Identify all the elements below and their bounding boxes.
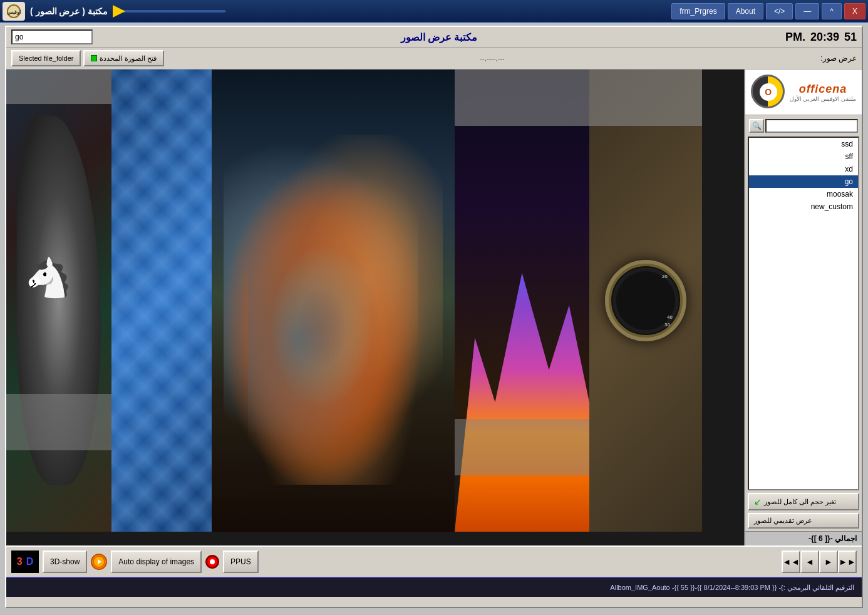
title-decoration bbox=[113, 5, 238, 18]
svg-rect-2 bbox=[113, 10, 225, 13]
go-input[interactable] bbox=[11, 29, 93, 44]
horse-image bbox=[6, 70, 111, 532]
auto-display-icon bbox=[91, 554, 107, 570]
close-button[interactable]: X bbox=[844, 3, 865, 19]
gallery-panel-4[interactable]: --,----,--- bbox=[455, 70, 589, 545]
3d-show-button[interactable]: 3D-show bbox=[43, 550, 87, 573]
green-indicator bbox=[91, 55, 97, 61]
app-title: مكتبة ( عرض الصور ) bbox=[30, 6, 108, 16]
crystal-image bbox=[111, 70, 212, 532]
logo-area: O officena ملتقى الاوفيس العربي الأول bbox=[745, 70, 862, 115]
folder-item-new-custom[interactable]: new_custom bbox=[749, 200, 858, 213]
status-text: الترقيم التلقائي البرمجي :}- Allbom_IMG_… bbox=[610, 584, 854, 592]
resize-icon: ↙ bbox=[754, 497, 762, 507]
search-button[interactable]: 🔍 bbox=[749, 119, 764, 133]
main-title: مكتبة عرض الصور bbox=[401, 31, 478, 43]
total-label: اجمالي -{[ 6 ]}- bbox=[745, 531, 862, 545]
nav-last-button[interactable]: ►► bbox=[838, 550, 857, 573]
flower-image bbox=[212, 70, 455, 532]
folder-item-moosak[interactable]: moosak bbox=[749, 188, 858, 200]
3d-glasses-button[interactable]: 3 D bbox=[11, 550, 39, 573]
code-button[interactable]: </> bbox=[766, 3, 793, 19]
slideshow-button[interactable]: عرض تقديمي للصور bbox=[748, 513, 859, 529]
gallery-panel-3[interactable]: --,----,--- bbox=[212, 70, 455, 545]
svg-marker-3 bbox=[113, 5, 125, 18]
app-logo: اوفيس bbox=[3, 2, 25, 21]
select-folder-button[interactable]: Slected file_folder bbox=[11, 50, 81, 66]
folder-item-go[interactable]: go bbox=[749, 175, 858, 188]
folder-item-sff[interactable]: sff bbox=[749, 150, 858, 163]
open-selected-label: فتح الصورة المحددة bbox=[100, 54, 156, 63]
open-selected-button[interactable]: فتح الصورة المحددة bbox=[83, 50, 163, 66]
about-button[interactable]: About bbox=[728, 3, 763, 19]
title-bar-right: frm_Prgres About </> — ^ X bbox=[671, 3, 865, 19]
ppus-icon bbox=[205, 555, 219, 569]
slideshow-label: عرض تقديمي للصور bbox=[754, 517, 812, 525]
clock-time: 20:39 bbox=[810, 31, 839, 44]
ppus-button[interactable]: PPUS bbox=[223, 550, 259, 573]
clock-seconds: 51 bbox=[844, 31, 857, 44]
title-bar-left: اوفيس مكتبة ( عرض الصور ) bbox=[3, 2, 238, 21]
folder-item-xd[interactable]: xd bbox=[749, 163, 858, 175]
top-bar: مكتبة عرض الصور PM. 20:39 51 bbox=[6, 27, 862, 48]
frm-prgres-button[interactable]: frm_Prgres bbox=[671, 3, 725, 19]
logo-text-main: officena bbox=[790, 83, 857, 96]
search-input[interactable] bbox=[765, 119, 858, 133]
gallery-panel-1[interactable]: --,----,--- bbox=[6, 70, 111, 545]
gallery-panel-5[interactable]: 20 30 40 --,----,--- bbox=[589, 70, 702, 545]
svg-text:اوفيس: اوفيس bbox=[7, 9, 21, 15]
gallery-panel-2[interactable]: --,----,--- bbox=[111, 70, 212, 545]
clock-ampm: PM. bbox=[785, 31, 805, 44]
status-bar: الترقيم التلقائي البرمجي :}- Allbom_IMG_… bbox=[6, 577, 862, 597]
nav-group: ◄◄ ◄ ► ►► bbox=[782, 550, 857, 573]
maximize-button[interactable]: ^ bbox=[822, 3, 842, 19]
gallery: --,----,--- --,----,--- bbox=[6, 70, 744, 545]
mountain-image bbox=[455, 70, 589, 532]
folder-item-ssd[interactable]: ssd bbox=[749, 138, 858, 150]
bottom-toolbar: 3 D 3D-show Auto display of images PPUS … bbox=[6, 545, 862, 577]
watch-circle: 20 30 40 bbox=[605, 260, 686, 341]
clock-area: PM. 20:39 51 bbox=[785, 31, 857, 44]
nav-next-button[interactable]: ► bbox=[819, 550, 838, 573]
toolbar-path: --,----,--- bbox=[167, 54, 819, 62]
toolbar: Slected file_folder فتح الصورة المحددة -… bbox=[6, 48, 862, 70]
title-bar: اوفيس مكتبة ( عرض الصور ) frm_Prgres Abo… bbox=[0, 0, 868, 23]
content-area: --,----,--- --,----,--- bbox=[6, 70, 862, 545]
nav-first-button[interactable]: ◄◄ bbox=[782, 550, 800, 573]
sidebar-buttons: تغير حجم الى كامل للصور ↙ عرض تقديمي للص… bbox=[745, 490, 862, 531]
search-area: 🔍 bbox=[745, 115, 862, 137]
resize-label: تغير حجم الى كامل للصور bbox=[764, 498, 836, 506]
logo-text-sub: ملتقى الاوفيس العربي الأول bbox=[790, 96, 857, 102]
resize-button[interactable]: تغير حجم الى كامل للصور ↙ bbox=[748, 493, 859, 510]
folder-list: ssd sff xd go moosak new_custom bbox=[748, 137, 859, 490]
right-sidebar: O officena ملتقى الاوفيس العربي الأول 🔍 … bbox=[744, 70, 862, 545]
auto-display-button[interactable]: Auto display of images bbox=[111, 550, 202, 573]
watch-image: 20 30 40 bbox=[589, 70, 702, 532]
display-label: عرض صور: bbox=[820, 54, 857, 63]
minimize-button[interactable]: — bbox=[795, 3, 819, 19]
nav-prev-button[interactable]: ◄ bbox=[800, 550, 819, 573]
main-window: مكتبة عرض الصور PM. 20:39 51 Slected fil… bbox=[5, 26, 863, 608]
